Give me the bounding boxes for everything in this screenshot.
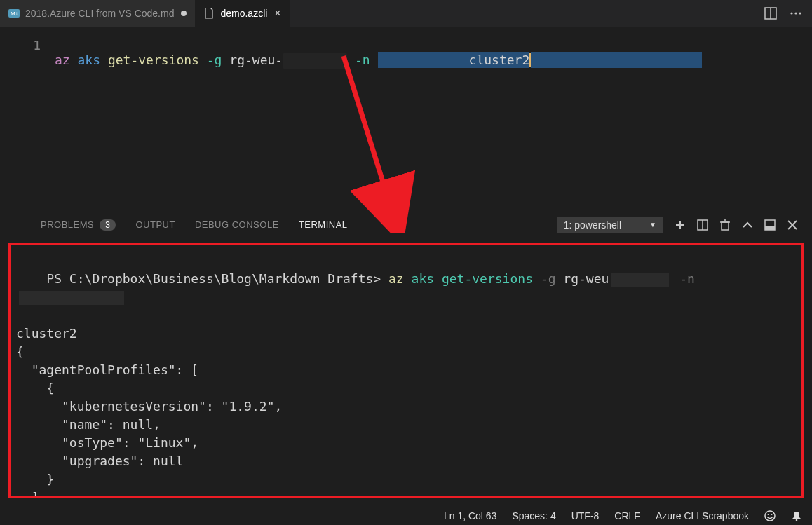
toggle-panel-icon[interactable] <box>764 219 776 231</box>
dirty-indicator-icon <box>181 11 187 16</box>
terminal-line: { <box>16 379 796 397</box>
panel-actions: 1: powershell ▼ <box>557 217 798 233</box>
svg-point-22 <box>796 519 798 521</box>
panel-tab-terminal[interactable]: TERMINAL <box>289 211 358 238</box>
split-editor-icon[interactable] <box>764 7 777 20</box>
token-subcommand: aks <box>78 53 101 67</box>
svg-point-21 <box>771 514 773 515</box>
token-flag: -n <box>355 53 370 67</box>
line-number-gutter: 1 <box>0 27 55 210</box>
status-language-mode[interactable]: Azure CLI Scrapbook <box>656 510 749 521</box>
line-number: 1 <box>33 38 41 53</box>
terminal-line: "agentPoolProfiles": [ <box>16 361 796 379</box>
status-indent[interactable]: Spaces: 4 <box>512 510 555 521</box>
svg-point-6 <box>799 12 801 14</box>
status-encoding[interactable]: UTF-8 <box>571 510 600 521</box>
terminal-command-line: PS C:\Dropbox\Business\Blog\Markdown Dra… <box>16 252 796 325</box>
svg-point-5 <box>794 12 797 14</box>
terminal-output[interactable]: PS C:\Dropbox\Business\Blog\Markdown Dra… <box>8 243 804 498</box>
t-cmd: az <box>388 271 404 286</box>
tab-azcli-file[interactable]: demo.azcli × <box>195 0 289 27</box>
code-line-1[interactable]: az aks get-versions -g rg-weu- -n cluste… <box>55 27 812 48</box>
t-sub: aks <box>412 271 435 286</box>
file-icon <box>203 8 215 19</box>
close-icon[interactable]: × <box>274 7 280 20</box>
token-command: az <box>55 53 70 67</box>
panel-tab-label: DEBUG CONSOLE <box>195 219 279 230</box>
status-bar: Ln 1, Col 63 Spaces: 4 UTF-8 CRLF Azure … <box>0 507 812 525</box>
t-arg: rg-weu <box>563 271 609 286</box>
editor-tabs-bar: M↓ 2018.Azure CLI from VS Code.md demo.a… <box>0 0 812 27</box>
tab-label: 2018.Azure CLI from VS Code.md <box>25 8 174 19</box>
terminal-prompt: PS C:\Dropbox\Business\Blog\Markdown Dra… <box>46 271 381 286</box>
t-flag: -g <box>541 271 556 286</box>
panel-tab-output[interactable]: OUTPUT <box>126 211 184 238</box>
terminal-selector-dropdown[interactable]: 1: powershell ▼ <box>557 217 663 233</box>
panel-tab-label: OUTPUT <box>135 219 175 230</box>
panel-tab-problems[interactable]: PROBLEMS 3 <box>31 211 126 238</box>
status-line-col[interactable]: Ln 1, Col 63 <box>444 510 497 521</box>
token-arg: cluster2 <box>469 52 530 68</box>
terminal-line: "name": null, <box>16 416 796 434</box>
panel-tab-debug-console[interactable]: DEBUG CONSOLE <box>185 211 289 238</box>
more-actions-icon[interactable] <box>790 7 802 20</box>
svg-rect-12 <box>722 222 729 230</box>
editor-title-actions <box>764 7 812 20</box>
token-action: get-versions <box>108 53 199 67</box>
redacted-block <box>19 291 124 305</box>
terminal-line: "kubernetesVersion": "1.9.2", <box>16 397 796 416</box>
split-terminal-icon[interactable] <box>697 219 708 231</box>
svg-point-19 <box>765 511 775 521</box>
terminal-line: { <box>16 343 796 361</box>
tab-label: demo.azcli <box>220 8 267 19</box>
panel-tab-label: PROBLEMS <box>41 219 94 230</box>
t-flag: -n <box>679 271 695 286</box>
tab-markdown-file[interactable]: M↓ 2018.Azure CLI from VS Code.md <box>0 0 195 27</box>
code-editor[interactable]: 1 az aks get-versions -g rg-weu- -n clus… <box>0 27 812 210</box>
status-eol[interactable]: CRLF <box>614 510 640 521</box>
terminal-selector-label: 1: powershell <box>564 219 622 231</box>
redacted-block <box>611 273 669 287</box>
svg-point-4 <box>790 12 792 14</box>
token-arg: rg-weu- <box>229 53 283 67</box>
t-act: get-versions <box>442 271 533 286</box>
panel-tab-label: TERMINAL <box>299 219 348 230</box>
feedback-smiley-icon[interactable] <box>764 510 776 521</box>
new-terminal-icon[interactable] <box>675 219 686 231</box>
close-panel-icon[interactable] <box>787 219 798 231</box>
notifications-bell-icon[interactable] <box>791 510 802 521</box>
svg-text:M↓: M↓ <box>11 11 18 17</box>
terminal-line: } <box>16 470 796 489</box>
markdown-file-icon: M↓ <box>8 8 20 19</box>
kill-terminal-icon[interactable] <box>719 219 731 231</box>
terminal-line: "osType": "Linux", <box>16 434 796 452</box>
panel-tabs-bar: PROBLEMS 3 OUTPUT DEBUG CONSOLE TERMINAL… <box>0 210 812 238</box>
terminal-line: ], <box>16 489 796 498</box>
problems-count-badge: 3 <box>100 219 116 231</box>
terminal-line: cluster2 <box>16 325 796 343</box>
svg-point-20 <box>768 514 769 515</box>
token-flag: -g <box>207 53 222 67</box>
terminal-line: "upgrades": null <box>16 452 796 470</box>
chevron-down-icon: ▼ <box>649 221 656 229</box>
svg-rect-16 <box>765 226 775 230</box>
maximize-panel-icon[interactable] <box>742 219 753 231</box>
